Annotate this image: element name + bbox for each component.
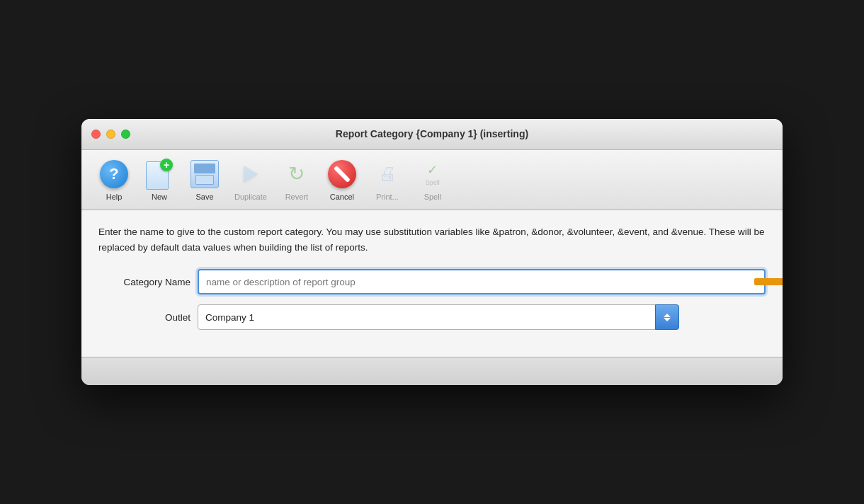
cancel-icon [328, 160, 356, 188]
revert-icon-wrap: ↻ [281, 159, 312, 190]
minimize-button[interactable] [106, 130, 115, 139]
content-area: Enter the name to give to the custom rep… [81, 210, 783, 357]
spell-label: Spell [424, 193, 441, 201]
save-button[interactable]: Save [183, 156, 226, 204]
spell-icon-wrap: ✓ Spell [417, 159, 448, 190]
select-chevrons-icon [664, 314, 671, 321]
outlet-select-wrap: Company 1 Company 2 Company 3 [198, 304, 679, 330]
category-name-row: Category Name [98, 269, 766, 294]
toolbar: ? Help + New Save [81, 150, 783, 210]
save-icon [191, 160, 219, 188]
help-label: Help [106, 193, 123, 201]
traffic-lights [91, 130, 130, 139]
revert-button[interactable]: ↻ Revert [275, 156, 318, 204]
print-button[interactable]: 🖨 Print... [366, 156, 409, 204]
close-button[interactable] [91, 130, 101, 139]
spell-button[interactable]: ✓ Spell Spell [411, 156, 454, 204]
spell-icon: ✓ Spell [419, 160, 447, 188]
orange-arrow-icon [754, 275, 783, 289]
help-button[interactable]: ? Help [93, 156, 135, 204]
bottom-bar [81, 357, 783, 385]
description-text: Enter the name to give to the custom rep… [98, 224, 766, 255]
outlet-select[interactable]: Company 1 Company 2 Company 3 [198, 304, 679, 330]
revert-icon: ↻ [283, 160, 311, 188]
cancel-label: Cancel [330, 193, 354, 201]
new-icon-wrap: + [144, 159, 175, 190]
category-name-label: Category Name [98, 277, 198, 287]
print-icon: 🖨 [373, 160, 402, 188]
revert-label: Revert [285, 193, 308, 201]
print-label: Print... [376, 193, 399, 201]
title-bar: Report Category {Company 1} (inserting) [81, 119, 783, 150]
cancel-button[interactable]: Cancel [321, 156, 363, 204]
new-label: New [152, 193, 167, 201]
duplicate-icon-wrap [235, 159, 266, 190]
duplicate-button[interactable]: Duplicate [229, 156, 273, 204]
maximize-button[interactable] [121, 130, 130, 139]
help-icon: ? [100, 160, 128, 188]
arrow-indicator [754, 275, 783, 289]
main-window: Report Category {Company 1} (inserting) … [81, 119, 783, 385]
save-label: Save [195, 193, 213, 201]
window-title: Report Category {Company 1} (inserting) [336, 128, 528, 139]
help-icon-wrap: ? [98, 159, 130, 190]
new-icon: + [146, 159, 173, 190]
save-icon-wrap [189, 159, 220, 190]
cancel-icon-wrap [326, 159, 358, 190]
outlet-row: Outlet Company 1 Company 2 Company 3 [98, 304, 766, 330]
new-button[interactable]: + New [138, 156, 181, 204]
category-name-input[interactable] [198, 269, 766, 294]
duplicate-icon [237, 160, 265, 188]
select-arrow-button[interactable] [655, 304, 679, 330]
print-icon-wrap: 🖨 [372, 159, 403, 190]
duplicate-label: Duplicate [234, 193, 267, 201]
outlet-label: Outlet [98, 312, 198, 323]
category-input-wrap [198, 269, 766, 294]
